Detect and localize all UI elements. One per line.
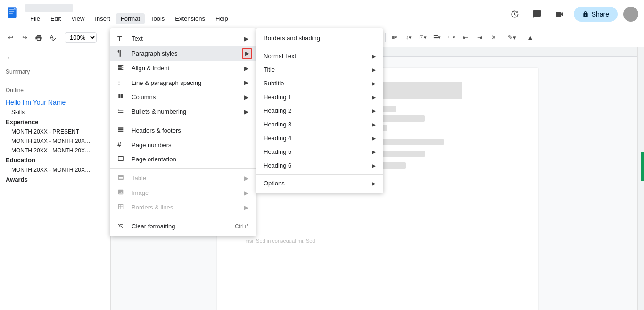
indent-increase-button[interactable]: ⇥	[473, 31, 486, 44]
clear-format-button[interactable]: ✕	[487, 31, 500, 44]
para-title-item[interactable]: Title ▶	[256, 63, 383, 76]
para-heading4-label: Heading 4	[264, 134, 372, 142]
outline-item-exp1[interactable]: MONTH 20XX - PRESENT	[6, 127, 105, 136]
history-button[interactable]	[506, 6, 523, 23]
video-icon	[555, 9, 564, 19]
outline-item-main-heading[interactable]: Hello I'm Your Name	[6, 97, 105, 108]
print-icon	[35, 34, 42, 42]
lock-icon	[582, 11, 589, 17]
list-button[interactable]: ☰▾	[430, 31, 444, 44]
outline-item-exp2[interactable]: MONTH 20XX - MONTH 20X…	[6, 136, 105, 146]
outline-item-education[interactable]: Education	[6, 155, 105, 165]
format-page-orientation-item[interactable]: Page orientation	[110, 152, 256, 167]
menu-insert[interactable]: Insert	[90, 13, 115, 24]
spellcheck-button[interactable]	[46, 31, 59, 44]
comments-button[interactable]	[528, 6, 545, 23]
outline-item-experience[interactable]: Experience	[6, 117, 105, 127]
sep7	[385, 33, 386, 42]
menu-file[interactable]: File	[25, 13, 45, 24]
columns-label: Columns	[132, 93, 244, 101]
pen-button[interactable]: ✎▾	[505, 31, 519, 44]
heading3-arrow-icon: ▶	[372, 121, 376, 128]
heading4-arrow-icon: ▶	[372, 135, 376, 142]
svg-rect-4	[9, 13, 13, 14]
heading6-arrow-icon: ▶	[372, 162, 376, 169]
format-columns-item[interactable]: Columns ▶	[110, 90, 256, 104]
para-heading6-label: Heading 6	[264, 162, 372, 169]
table-arrow-icon: ▶	[244, 175, 248, 182]
format-headers-item[interactable]: Headers & footers	[110, 123, 256, 138]
undo-button[interactable]: ↩	[4, 31, 17, 44]
page-orientation-icon	[117, 155, 127, 163]
borders-shading-item[interactable]: Borders and shading	[256, 31, 383, 45]
clear-format-icon	[117, 222, 127, 230]
clear-formatting-shortcut: Ctrl+\	[235, 223, 248, 230]
borders-lines-icon	[117, 203, 127, 211]
para-normal-text-item[interactable]: Normal Text ▶	[256, 49, 383, 63]
align-button[interactable]: ≡▾	[388, 31, 401, 44]
format-page-numbers-item[interactable]: # Page numbers	[110, 138, 256, 152]
format-paragraph-styles-item[interactable]: ¶ Paragraph styles ▶	[110, 46, 256, 61]
menu-help[interactable]: Help	[211, 13, 233, 24]
format-text-item[interactable]: T Text ▶	[110, 31, 256, 46]
format-clear-formatting-item[interactable]: Clear formatting Ctrl+\	[110, 219, 256, 234]
sep8	[503, 33, 503, 42]
page-numbers-icon: #	[117, 141, 127, 149]
format-sep3	[110, 217, 256, 217]
video-button[interactable]	[551, 6, 568, 23]
para-options-item[interactable]: Options ▶	[256, 176, 383, 190]
bullets-icon	[117, 108, 127, 116]
checklist-button[interactable]: ☑▾	[416, 31, 429, 44]
format-sep1	[110, 121, 256, 121]
title-arrow-icon: ▶	[372, 67, 376, 73]
heading1-arrow-icon: ▶	[372, 94, 376, 101]
sep9	[521, 33, 521, 42]
menu-tools[interactable]: Tools	[146, 13, 169, 24]
normal-text-arrow-icon: ▶	[372, 53, 376, 59]
line-spacing-button[interactable]: ↕▾	[402, 31, 415, 44]
collapse-toolbar-button[interactable]: ▲	[524, 31, 537, 44]
image-format-icon	[117, 189, 127, 197]
share-label: Share	[592, 10, 609, 18]
para-heading2-item[interactable]: Heading 2 ▶	[256, 104, 383, 117]
paragraph-arrow-icon: ▶	[245, 50, 249, 57]
numbered-list-button[interactable]: ≔▾	[445, 31, 458, 44]
redo-button[interactable]: ↪	[18, 31, 31, 44]
history-icon	[510, 9, 519, 19]
menu-edit[interactable]: Edit	[46, 13, 66, 24]
format-bullets-item[interactable]: Bullets & numbering ▶	[110, 104, 256, 119]
menu-bar: File Edit View Insert Format Tools Exten…	[25, 13, 233, 24]
scrollbar[interactable]	[637, 47, 644, 310]
para-heading1-item[interactable]: Heading 1 ▶	[256, 90, 383, 104]
align-arrow-icon: ▶	[244, 65, 248, 72]
para-subtitle-item[interactable]: Subtitle ▶	[256, 76, 383, 90]
para-heading2-label: Heading 2	[264, 107, 372, 114]
clear-formatting-label: Clear formatting	[132, 223, 227, 230]
outline-item-edu1[interactable]: MONTH 20XX - MONTH 20X…	[6, 165, 105, 175]
sidebar: ← Summary Outline Hello I'm Your Name Sk…	[0, 47, 111, 310]
outline-item-skills[interactable]: Skills	[6, 108, 105, 117]
red-highlight-indicator: ▶	[242, 48, 252, 59]
para-heading5-item[interactable]: Heading 5 ▶	[256, 145, 383, 159]
share-button[interactable]: Share	[574, 7, 618, 22]
account-avatar[interactable]	[623, 7, 638, 22]
para-heading4-item[interactable]: Heading 4 ▶	[256, 131, 383, 145]
para-heading6-item[interactable]: Heading 6 ▶	[256, 159, 383, 172]
menu-view[interactable]: View	[66, 13, 89, 24]
sidebar-back-button[interactable]: ←	[6, 53, 105, 63]
doc-title[interactable]	[25, 4, 73, 12]
menu-extensions[interactable]: Extensions	[170, 13, 210, 24]
format-line-spacing-item[interactable]: ↕ Line & paragraph spacing ▶	[110, 75, 256, 90]
zoom-select[interactable]: 100% 75% 150%	[65, 32, 97, 43]
format-text-label: Text	[132, 35, 244, 42]
title-area: File Edit View Insert Format Tools Exten…	[25, 4, 233, 24]
menu-format[interactable]: Format	[116, 13, 145, 24]
outline-item-exp3[interactable]: MONTH 20XX - MONTH 20X…	[6, 146, 105, 155]
table-label: Table	[132, 175, 244, 182]
outline-item-awards[interactable]: Awards	[6, 175, 105, 184]
format-align-item[interactable]: Align & indent ▶	[110, 61, 256, 75]
comments-icon	[532, 9, 542, 19]
indent-decrease-button[interactable]: ⇤	[459, 31, 472, 44]
para-heading3-item[interactable]: Heading 3 ▶	[256, 117, 383, 131]
print-button[interactable]	[32, 31, 45, 44]
